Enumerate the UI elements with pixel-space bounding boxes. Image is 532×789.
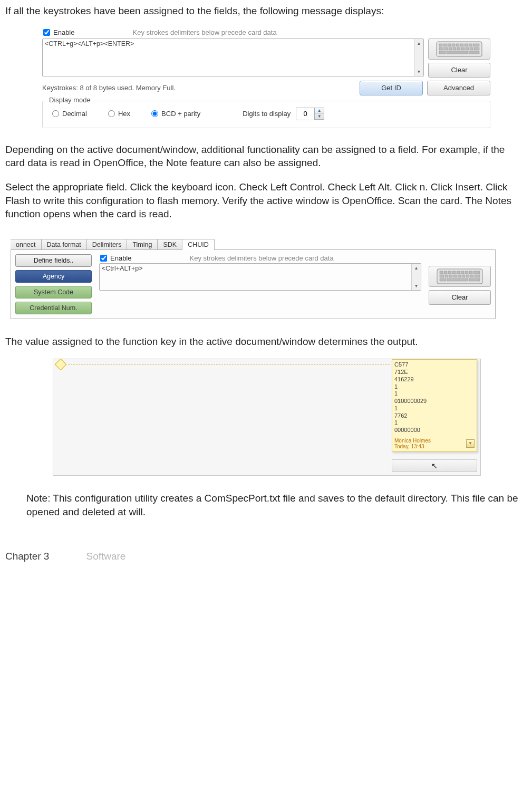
display-mode-legend: Display mode [47,96,93,104]
note-leader-line [68,364,390,364]
note-toolbar: ↖ [392,459,477,472]
svg-rect-25 [448,271,451,274]
svg-rect-32 [440,275,444,277]
radio-bcd[interactable]: BCD + parity [151,110,200,118]
svg-rect-5 [456,44,459,46]
svg-rect-21 [469,51,479,54]
svg-rect-14 [457,47,460,50]
keystrokes-value: <CTRL+g><ALT+p><ENTER> [43,39,414,76]
agency-button[interactable]: Agency [15,270,92,283]
svg-rect-29 [465,271,468,274]
caption-2: Key strokes delimiters below precede car… [189,254,333,262]
system-code-button[interactable]: System Code [15,286,92,299]
svg-rect-41 [440,278,446,281]
credential-num-button[interactable]: Credential Num. [15,302,92,314]
enable-checkbox-2[interactable] [100,255,107,262]
digits-label: Digits to display [243,110,291,118]
para-value-assigned: The value assigned to the function key i… [5,335,527,349]
svg-rect-36 [458,275,461,277]
svg-rect-26 [452,271,456,274]
svg-rect-35 [453,275,457,277]
note-meta: Monica Holmes Today, 13:43 [394,438,431,449]
svg-rect-4 [452,44,455,46]
svg-rect-23 [440,271,443,274]
advanced-button[interactable]: Advanced [427,81,490,95]
define-fields-button[interactable]: Define fields.. [15,254,92,267]
clear-button-1[interactable]: Clear [428,63,490,78]
svg-rect-24 [444,271,447,274]
scrollbar[interactable]: ▴▾ [414,39,423,76]
svg-rect-13 [453,47,456,50]
para-depending: Depending on the active document/window,… [5,143,527,170]
note-content: C577 712E 416229 1 1 0100000029 1 7762 1… [392,360,477,436]
svg-rect-15 [461,47,465,50]
svg-rect-9 [473,44,479,46]
tab-chuid[interactable]: CHUID [182,239,215,250]
radio-hex[interactable]: Hex [108,110,130,118]
svg-rect-39 [470,275,473,277]
svg-rect-27 [457,271,460,274]
spinner-buttons[interactable]: ▲▼ [315,108,324,120]
para-note-config: Note: This configuration utility creates… [26,492,527,518]
svg-rect-16 [466,47,469,50]
tab-timing[interactable]: Timing [127,239,158,249]
cursor-icon: ↖ [431,461,438,470]
svg-rect-10 [439,47,443,50]
tab-sdk[interactable]: SDK [157,239,182,249]
svg-rect-17 [470,47,473,50]
footer-chapter: Chapter 3 [5,551,49,562]
keystrokes-textarea[interactable]: <CTRL+g><ALT+p><ENTER> ▴▾ [42,39,424,76]
sticky-note[interactable]: C577 712E 416229 1 1 0100000029 1 7762 1… [392,359,477,452]
footer-section: Software [86,551,125,562]
svg-rect-8 [469,44,472,46]
keystrokes-panel: Enable Key strokes delimiters below prec… [42,28,490,128]
enable-label-1: Enable [53,28,74,36]
svg-rect-18 [474,47,479,50]
scrollbar-2[interactable]: ▴▾ [411,264,421,290]
svg-rect-20 [447,51,468,54]
svg-rect-11 [444,47,448,50]
svg-rect-37 [462,275,465,277]
keystrokes-value-2: <Ctrl+ALT+p> [100,264,411,290]
tab-delimiters[interactable]: Delimiters [86,239,128,249]
note-dropdown-icon[interactable]: ▼ [466,439,475,448]
svg-rect-40 [475,275,480,277]
tab-connect[interactable]: onnect [11,239,42,249]
keystrokes-textarea-2[interactable]: <Ctrl+ALT+p> ▴▾ [99,263,421,291]
clear-button-2[interactable]: Clear [429,290,491,305]
svg-rect-12 [449,47,452,50]
para-select: Select the appropriate field. Click the … [5,180,527,221]
get-id-button[interactable]: Get ID [360,81,423,95]
note-anchor-icon [55,359,67,371]
svg-rect-3 [448,44,451,46]
svg-rect-31 [473,271,480,274]
intro-para: If all the keystrokes have been assigned… [5,4,527,18]
enable-checkbox-1[interactable] [43,29,50,36]
svg-rect-19 [439,51,446,54]
svg-rect-7 [465,44,468,46]
svg-rect-6 [460,44,463,46]
svg-rect-38 [466,275,469,277]
svg-rect-30 [469,271,472,274]
svg-rect-28 [461,271,464,274]
digits-input[interactable] [296,108,315,120]
page-footer: Chapter 3 Software [5,551,527,562]
digits-spinner[interactable]: ▲▼ [296,108,324,120]
display-mode-fieldset: Display mode Decimal Hex BCD + parity Di… [42,101,490,128]
keyboard-icon-2[interactable] [429,266,491,287]
svg-rect-42 [447,278,468,281]
note-output-panel: C577 712E 416229 1 1 0100000029 1 7762 1… [53,359,481,476]
caption-1: Key strokes delimiters below precede car… [132,28,276,36]
keyboard-icon[interactable] [428,39,490,60]
enable-label-2: Enable [110,254,131,262]
svg-rect-2 [443,44,447,46]
chuid-panel: onnect Data format Delimiters Timing SDK… [11,237,496,319]
svg-rect-43 [469,278,480,281]
svg-rect-1 [439,44,442,46]
svg-rect-34 [449,275,452,277]
svg-rect-33 [445,275,448,277]
radio-decimal[interactable]: Decimal [52,110,87,118]
tab-bar: onnect Data format Delimiters Timing SDK… [11,237,496,249]
tab-data-format[interactable]: Data format [41,239,87,249]
memory-status: Keystrokes: 8 of 8 bytes used. Memory Fu… [42,84,355,92]
